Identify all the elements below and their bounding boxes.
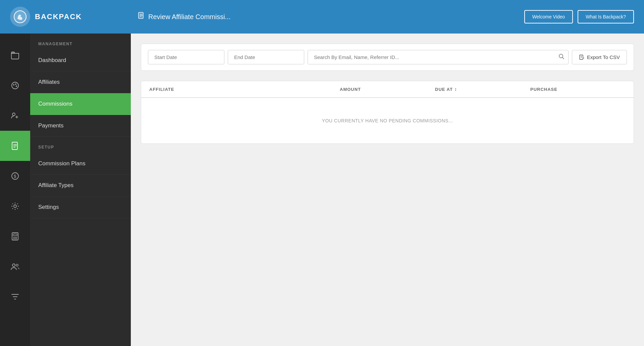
table-header: AFFILIATE AMOUNT DUE AT ↕ PURCHASE [141, 81, 634, 98]
management-section-label: MANAGEMENT [30, 34, 131, 50]
end-date-input[interactable] [228, 50, 304, 64]
gear-icon[interactable] [0, 191, 30, 221]
col-affiliate: AFFILIATE [149, 86, 340, 92]
svg-point-7 [15, 83, 16, 85]
commissions-nav-icon[interactable] [0, 131, 30, 161]
sidebar-item-affiliate-types[interactable]: Affiliate Types [30, 175, 131, 196]
svg-point-23 [16, 237, 17, 238]
svg-point-27 [12, 264, 15, 267]
calculator-icon[interactable] [0, 221, 30, 251]
top-header: BACKPACK Review Affiliate Commissi... We… [0, 0, 644, 34]
svg-point-24 [13, 238, 14, 239]
page-icon [138, 12, 145, 21]
sidebar-item-dashboard[interactable]: Dashboard [30, 50, 131, 71]
setup-section-label: SETUP [30, 137, 131, 153]
table-empty-message: YOU CURRENTLY HAVE NO PENDING COMMISSION… [141, 98, 634, 143]
search-wrapper [308, 50, 569, 64]
svg-point-28 [16, 264, 18, 266]
start-date-input[interactable] [148, 50, 224, 64]
sort-icon: ↕ [454, 86, 457, 92]
search-input[interactable] [308, 50, 569, 64]
page-title-area: Review Affiliate Commissi... [138, 12, 524, 21]
logo-icon [10, 7, 30, 27]
svg-line-30 [562, 57, 564, 59]
col-purchase: PURCHASE [530, 86, 626, 92]
sidebar: $ [0, 34, 131, 346]
content-area: Export To CSV AFFILIATE AMOUNT DUE AT ↕ … [131, 34, 644, 346]
logo-area: BACKPACK [10, 7, 138, 27]
palette-icon[interactable] [0, 70, 30, 101]
sidebar-item-payments[interactable]: Payments [30, 115, 131, 137]
svg-point-18 [14, 205, 16, 208]
folder-icon[interactable] [0, 40, 30, 70]
svg-point-22 [15, 237, 16, 238]
svg-point-9 [12, 113, 15, 116]
users-group-icon[interactable] [0, 251, 30, 282]
sidebar-item-affiliates[interactable]: Affiliates [30, 71, 131, 93]
page-title: Review Affiliate Commissi... [148, 13, 230, 21]
filter-icon[interactable] [0, 282, 30, 312]
welcome-video-button[interactable]: Welcome Video [524, 10, 573, 23]
col-amount: AMOUNT [340, 86, 435, 92]
dollar-icon[interactable]: $ [0, 161, 30, 191]
svg-rect-20 [13, 234, 17, 236]
what-is-backpack-button[interactable]: What Is Backpack? [578, 10, 634, 23]
sidebar-icon-rail: $ [0, 34, 30, 346]
svg-point-26 [16, 238, 17, 239]
header-buttons: Welcome Video What Is Backpack? [524, 10, 634, 23]
sidebar-item-commissions[interactable]: Commissions [30, 93, 131, 115]
sidebar-item-commission-plans[interactable]: Commission Plans [30, 153, 131, 175]
main-layout: $ [0, 34, 644, 346]
svg-point-6 [13, 84, 14, 85]
svg-point-21 [13, 237, 14, 238]
users-add-icon[interactable] [0, 101, 30, 131]
commissions-table: AFFILIATE AMOUNT DUE AT ↕ PURCHASE YOU C… [141, 81, 634, 144]
sidebar-item-settings[interactable]: Settings [30, 196, 131, 218]
export-csv-button[interactable]: Export To CSV [572, 50, 627, 64]
svg-point-5 [12, 82, 18, 89]
col-due-at[interactable]: DUE AT ↕ [435, 86, 530, 92]
brand-name: BACKPACK [35, 12, 82, 21]
sidebar-nav: MANAGEMENT Dashboard Affiliates Commissi… [30, 34, 131, 346]
svg-text:$: $ [14, 174, 16, 179]
search-button[interactable] [558, 53, 565, 61]
svg-point-25 [15, 238, 16, 239]
svg-point-8 [16, 85, 17, 87]
filter-bar: Export To CSV [141, 44, 634, 71]
